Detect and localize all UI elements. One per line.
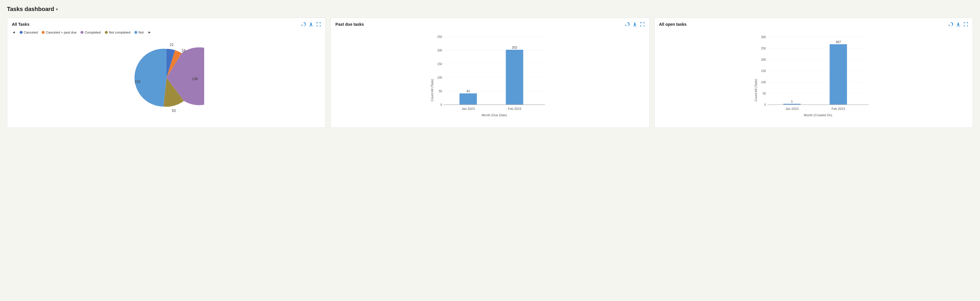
bar-value-jan-all-open: 1 [791, 100, 792, 103]
past-due-bar-chart-area: Count:All (Task) 0 50 100 150 [336, 30, 644, 123]
y-tick-200: 200 [437, 49, 442, 52]
card-header-all-open: All open tasks [659, 22, 968, 27]
bar-value-feb-all-open: 267 [835, 40, 841, 44]
refresh-button-all-tasks[interactable] [301, 22, 306, 27]
x-label-jan-past-due: Jan 2023 [461, 107, 475, 111]
legend-next-arrow[interactable]: ► [148, 30, 151, 35]
card-actions-all-tasks [301, 22, 321, 27]
legend-label-canceled: Canceled [24, 31, 38, 34]
y-tick-0: 0 [441, 103, 442, 106]
pie-segment-not[interactable] [134, 49, 166, 106]
legend-dot-canceled-past-due [42, 31, 45, 34]
y-tick-300-open: 300 [761, 36, 766, 39]
legend-label-not-completed: Not completed [109, 31, 130, 34]
expand-button-all-open[interactable] [964, 22, 968, 27]
x-axis-label-all-open: Month (Created On) [803, 113, 832, 117]
all-tasks-title: All Tasks [12, 22, 29, 27]
bar-jan-2023-past-due[interactable] [460, 93, 477, 105]
export-button-past-due[interactable] [633, 22, 637, 27]
y-tick-100: 100 [437, 76, 442, 79]
bar-feb-2023-all-open[interactable] [829, 44, 847, 105]
bar-feb-2023-past-due[interactable] [506, 50, 523, 105]
export-button-all-open[interactable] [956, 22, 961, 27]
x-label-feb-past-due: Feb 2023 [508, 107, 521, 111]
card-header-all-tasks: All Tasks [12, 22, 321, 27]
y-tick-50-open: 50 [762, 92, 766, 95]
expand-button-past-due[interactable] [640, 22, 644, 27]
y-tick-0-open: 0 [764, 103, 766, 106]
past-due-title: Past due tasks [336, 22, 364, 27]
past-due-bar-chart-svg: Count:All (Task) 0 50 100 150 [336, 32, 644, 122]
y-axis-label-all-open: Count:All (Task) [754, 79, 757, 101]
x-label-feb-all-open: Feb 2023 [831, 107, 845, 111]
bar-value-jan-past-due: 41 [466, 89, 470, 93]
pie-chart-area: 21 18 138 53 215 [12, 37, 321, 117]
legend-label-not: Not [138, 31, 144, 34]
y-tick-250-open: 250 [761, 47, 766, 50]
legend-item-not-completed: Not completed [105, 31, 130, 34]
refresh-button-all-open[interactable] [948, 22, 953, 27]
page-title: Tasks dashboard [7, 6, 54, 13]
all-open-title: All open tasks [659, 22, 687, 27]
all-open-bar-chart-area: Count:All (Task) 0 50 100 150 200 250 [659, 30, 968, 123]
card-header-past-due: Past due tasks [336, 22, 644, 27]
y-tick-50: 50 [439, 90, 442, 93]
past-due-tasks-card: Past due tasks Count:All (Task) [331, 17, 649, 128]
legend-item-canceled: Canceled [20, 31, 38, 34]
legend-dot-completed [81, 31, 83, 34]
pie-label-21: 21 [170, 43, 174, 47]
y-axis-label-past-due: Count:All (Task) [430, 79, 434, 101]
y-tick-250: 250 [437, 35, 442, 38]
dashboard-grid: All Tasks ◄ Canceled C [7, 17, 973, 128]
legend-dot-not [134, 31, 137, 34]
bar-value-feb-past-due: 202 [512, 46, 517, 49]
pie-label-18: 18 [181, 49, 186, 52]
pie-label-53: 53 [172, 109, 176, 113]
legend-label-completed: Completed [84, 31, 101, 34]
refresh-button-past-due[interactable] [625, 22, 630, 27]
expand-button-all-tasks[interactable] [316, 22, 321, 27]
pie-legend: ◄ Canceled Canceled + past due Completed… [12, 30, 321, 35]
pie-label-138: 138 [192, 77, 198, 81]
export-button-all-tasks[interactable] [309, 22, 313, 27]
title-dropdown-chevron[interactable]: ▾ [56, 7, 58, 11]
legend-label-canceled-past-due: Canceled + past due [46, 31, 76, 34]
all-open-tasks-card: All open tasks Count:All (Task) 0 [654, 17, 973, 128]
y-tick-150-open: 150 [761, 70, 766, 73]
legend-item-canceled-past-due: Canceled + past due [42, 31, 76, 34]
legend-dot-canceled [20, 31, 22, 34]
card-actions-past-due [625, 22, 644, 27]
legend-item-completed: Completed [81, 31, 101, 34]
y-tick-150: 150 [437, 62, 442, 66]
x-label-jan-all-open: Jan 2023 [785, 107, 799, 111]
pie-chart-svg: 21 18 138 53 215 [129, 40, 204, 116]
pie-label-215: 215 [135, 80, 140, 84]
card-actions-all-open [948, 22, 968, 27]
legend-dot-not-completed [105, 31, 108, 34]
legend-item-not: Not [134, 31, 144, 34]
legend-prev-arrow[interactable]: ◄ [12, 30, 16, 35]
all-open-bar-chart-svg: Count:All (Task) 0 50 100 150 200 250 [659, 32, 968, 122]
y-tick-100-open: 100 [761, 81, 766, 84]
x-axis-label-past-due: Month (Due Date) [482, 113, 507, 117]
page-header: Tasks dashboard ▾ [7, 6, 973, 13]
all-tasks-card: All Tasks ◄ Canceled C [7, 17, 326, 128]
y-tick-200-open: 200 [761, 58, 766, 61]
